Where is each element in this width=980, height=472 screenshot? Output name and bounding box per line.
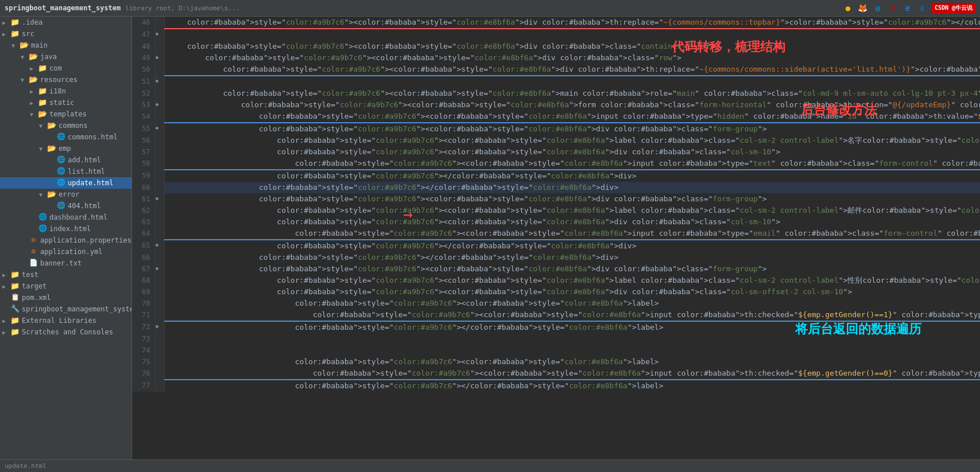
code-cell[interactable] xyxy=(164,345,980,356)
sidebar-item-scratches[interactable]: ▶📁Scratches and Consoles xyxy=(0,326,131,338)
opera-icon[interactable]: ⊙ xyxy=(887,2,898,14)
code-cell[interactable]: color:#bababa">style="color:#a9b7c6"><co… xyxy=(164,286,980,298)
html-icon: 🌐 xyxy=(38,224,47,233)
sidebar-item-static[interactable]: ▶📁static xyxy=(0,97,131,108)
tree-arrow-i18n: ▶ xyxy=(30,88,38,95)
code-line-57: 57 color:#bababa">style="color:#a9b7c6">… xyxy=(132,146,980,158)
code-cell[interactable] xyxy=(164,333,980,345)
sidebar-item-com[interactable]: ▶📁com xyxy=(0,63,131,74)
code-cell[interactable]: color:#bababa">style="color:#a9b7c6"><co… xyxy=(164,64,980,76)
line-number: 59 xyxy=(132,170,155,182)
firefox-icon[interactable]: 🦊 xyxy=(857,2,869,14)
sidebar-item-dashboard-html[interactable]: 🌐dashboard.html xyxy=(0,212,131,223)
line-number: 51 xyxy=(132,76,155,88)
code-line-56: 56 color:#bababa">style="color:#a9b7c6">… xyxy=(132,135,980,146)
sidebar-item-commons[interactable]: ▼📂commons xyxy=(0,120,131,131)
code-cell[interactable]: color:#bababa">style="color:#a9b7c6"><co… xyxy=(164,111,980,123)
code-cell[interactable]: color:#bababa">style="color:#a9b7c6"></c… xyxy=(164,182,980,193)
code-cell[interactable]: color:#bababa">style="color:#a9b7c6"><co… xyxy=(164,52,980,64)
code-cell[interactable]: color:#bababa">style="color:#a9b7c6"><co… xyxy=(164,368,980,380)
sidebar-item-list-html[interactable]: 🌐list.html xyxy=(0,166,131,177)
ie-icon[interactable]: e xyxy=(902,2,913,14)
code-cell[interactable]: color:#bababa">style="color:#a9b7c6"><co… xyxy=(164,275,980,286)
code-content[interactable]: 46 color:#bababa">style="color:#a9b7c6">… xyxy=(132,17,980,459)
txt-icon: 📄 xyxy=(29,259,38,268)
gutter xyxy=(155,356,164,368)
code-cell[interactable]: color:#bababa">style="color:#a9b7c6"><co… xyxy=(164,205,980,216)
code-line-61: 61◆ color:#bababa">style="color:#a9b7c6"… xyxy=(132,193,980,205)
code-cell[interactable]: color:#bababa">style="color:#a9b7c6"></c… xyxy=(164,240,980,252)
code-cell[interactable]: color:#bababa">style="color:#a9b7c6"></c… xyxy=(164,252,980,263)
code-cell[interactable]: color:#bababa">style="color:#a9b7c6"><co… xyxy=(164,17,980,29)
code-cell[interactable]: color:#bababa">style="color:#a9b7c6"><co… xyxy=(164,123,980,135)
sidebar-item-error[interactable]: ▼📂error xyxy=(0,189,131,200)
code-cell[interactable]: color:#bababa">style="color:#a9b7c6"><co… xyxy=(164,135,980,146)
sidebar-item-templates[interactable]: ▼📂templates xyxy=(0,108,131,120)
sidebar-item-index-html[interactable]: 🌐index.html xyxy=(0,223,131,235)
sidebar-item-banner-txt[interactable]: 📄banner.txt xyxy=(0,258,131,269)
sidebar-item-external-libs[interactable]: ▶📁External Libraries xyxy=(0,315,131,326)
tree-label-commons: commons xyxy=(59,122,129,130)
sidebar[interactable]: ▶📁.idea▶📁src▼📂main▼📂java▶📁com▼📂resources… xyxy=(0,17,132,459)
sidebar-item-pom-xml[interactable]: 📋pom.xml xyxy=(0,292,131,303)
sidebar-item-add-html[interactable]: 🌐add.html xyxy=(0,154,131,166)
sidebar-item-target[interactable]: ▶📁target xyxy=(0,280,131,292)
sidebar-item-java[interactable]: ▼📂java xyxy=(0,51,131,63)
code-line-51: 51◆ xyxy=(132,76,980,88)
safari-icon[interactable]: ◎ xyxy=(872,2,884,14)
code-line-50: 50 color:#bababa">style="color:#a9b7c6">… xyxy=(132,64,980,76)
sidebar-item-i18n[interactable]: ▶📁i18n xyxy=(0,85,131,97)
code-line-77: 77 color:#bababa">style="color:#a9b7c6">… xyxy=(132,380,980,392)
properties-icon: ⚙ xyxy=(29,236,38,245)
sidebar-item-application-properties[interactable]: ⚙application.properties xyxy=(0,235,131,246)
title-bar: springboot_management_system library roo… xyxy=(0,0,980,17)
code-cell[interactable]: color:#bababa">style="color:#a9b7c6"><co… xyxy=(164,158,980,170)
folder-open-icon: 📂 xyxy=(47,190,56,199)
gutter xyxy=(155,64,164,76)
code-cell[interactable]: color:#bababa">style="color:#a9b7c6"><co… xyxy=(164,298,980,309)
line-number: 71 xyxy=(132,309,155,321)
line-number: 70 xyxy=(132,298,155,309)
sidebar-item-main[interactable]: ▼📂main xyxy=(0,40,131,51)
sidebar-item-test[interactable]: ▶📁test xyxy=(0,269,131,280)
chrome-icon[interactable]: ● xyxy=(842,2,854,14)
code-cell[interactable]: color:#bababa">style="color:#a9b7c6"><co… xyxy=(164,216,980,228)
sidebar-item-404-html[interactable]: 🌐404.html xyxy=(0,200,131,212)
sidebar-item-commons-html[interactable]: 🌐commons.html xyxy=(0,131,131,143)
sidebar-item-springboot-iml[interactable]: 🔧springboot_management_system.iml xyxy=(0,303,131,315)
code-line-73: 73 xyxy=(132,333,980,345)
code-cell[interactable]: color:#bababa">style="color:#a9b7c6"><co… xyxy=(164,309,980,321)
code-cell[interactable]: color:#bababa">style="color:#a9b7c6"><co… xyxy=(164,146,980,158)
tree-arrow-commons: ▼ xyxy=(39,123,47,129)
code-cell[interactable]: color:#bababa">style="color:#a9b7c6"><co… xyxy=(164,263,980,275)
code-cell[interactable] xyxy=(164,29,980,41)
line-number: 63 xyxy=(132,216,155,228)
code-cell[interactable]: color:#bababa">style="color:#a9b7c6"><co… xyxy=(164,41,980,52)
line-number: 46 xyxy=(132,17,155,29)
edge-icon[interactable]: ε xyxy=(917,2,928,14)
folder-closed-icon: 📁 xyxy=(10,270,20,279)
code-cell[interactable]: color:#bababa">style="color:#a9b7c6"><co… xyxy=(164,88,980,99)
code-cell[interactable]: color:#bababa">style="color:#a9b7c6"><co… xyxy=(164,228,980,240)
gutter: ◆ xyxy=(155,263,164,275)
sidebar-item-emp[interactable]: ▼📂emp xyxy=(0,143,131,154)
sidebar-item-resources[interactable]: ▼📂resources xyxy=(0,74,131,85)
sidebar-item-idea[interactable]: ▶📁.idea xyxy=(0,17,131,28)
code-cell[interactable]: color:#bababa">style="color:#a9b7c6"></c… xyxy=(164,321,980,333)
sidebar-item-application-yml[interactable]: ⚙application.yml xyxy=(0,246,131,258)
xml-icon: 📋 xyxy=(10,293,20,302)
tree-label-test: test xyxy=(22,271,129,279)
sidebar-item-update-html[interactable]: 🌐update.html xyxy=(0,177,131,189)
gutter xyxy=(155,17,164,29)
tree-label-target: target xyxy=(22,282,129,290)
code-cell[interactable]: color:#bababa">style="color:#a9b7c6"></c… xyxy=(164,170,980,182)
tree-label-resources: resources xyxy=(40,76,129,84)
code-cell[interactable]: color:#bababa">style="color:#a9b7c6"><co… xyxy=(164,356,980,368)
tree-label-application-yml: application.yml xyxy=(40,248,129,256)
code-cell[interactable]: color:#bababa">style="color:#a9b7c6"></c… xyxy=(164,380,980,392)
code-cell[interactable]: color:#bababa">style="color:#a9b7c6"><co… xyxy=(164,99,980,111)
sidebar-item-src[interactable]: ▶📁src xyxy=(0,28,131,40)
code-cell[interactable] xyxy=(164,76,980,88)
code-cell[interactable]: color:#bababa">style="color:#a9b7c6"><co… xyxy=(164,193,980,205)
line-number: 62 xyxy=(132,205,155,216)
